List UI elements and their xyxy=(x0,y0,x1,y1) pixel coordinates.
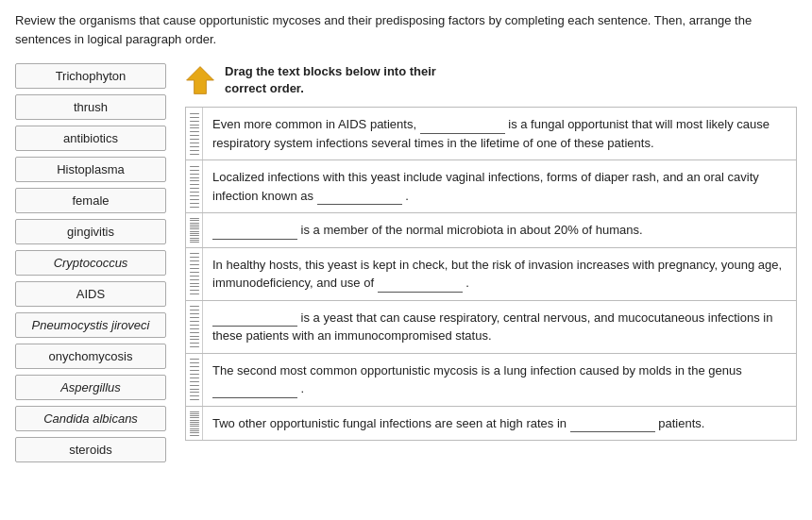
word-item-steroids[interactable]: steroids xyxy=(15,437,166,462)
drag-handle-line xyxy=(190,317,199,318)
drag-handle-line xyxy=(190,294,199,294)
drag-handle[interactable] xyxy=(186,248,203,300)
word-item-aspergillus[interactable]: Aspergillus xyxy=(15,375,166,400)
drag-handle-line xyxy=(190,343,199,344)
word-bank: TrichophytonthrushantibioticsHistoplasma… xyxy=(15,63,166,462)
drag-handle-line xyxy=(190,420,199,421)
drag-handle-line xyxy=(190,279,199,280)
drag-handle-line xyxy=(190,180,199,181)
drag-handle-line xyxy=(190,177,199,178)
instructions-text: Review the organisms that cause opportun… xyxy=(15,11,789,48)
drag-handle-line xyxy=(190,336,199,337)
drag-handle-line xyxy=(190,225,199,226)
drag-handle-line xyxy=(190,346,199,347)
drag-handle-line xyxy=(190,290,199,291)
drag-handle[interactable] xyxy=(186,354,203,406)
word-item-candida[interactable]: Candida albicans xyxy=(15,406,166,431)
drag-handle-line xyxy=(190,272,199,273)
drag-handle-line xyxy=(190,339,199,340)
drag-handle-line xyxy=(190,264,199,265)
word-item-gingivitis[interactable]: gingivitis xyxy=(15,219,166,244)
word-item-female[interactable]: female xyxy=(15,188,166,213)
drag-handle-line xyxy=(190,238,199,239)
word-item-thrush[interactable]: thrush xyxy=(15,94,166,120)
sentence-block: In healthy hosts, this yeast is kept in … xyxy=(185,247,797,300)
word-item-cryptococcus[interactable]: Cryptococcus xyxy=(15,250,166,276)
sentence-block: Two other opportunistic fungal infection… xyxy=(185,406,797,442)
svg-marker-0 xyxy=(187,67,214,94)
word-item-aids[interactable]: AIDS xyxy=(15,281,166,307)
drag-handle-line xyxy=(190,192,199,193)
drag-handle-line xyxy=(190,276,199,277)
sentence-blank xyxy=(570,419,655,432)
drag-handle[interactable] xyxy=(186,301,203,353)
drag-handle-line xyxy=(190,381,199,382)
drag-handle-line xyxy=(190,415,199,416)
word-item-trichophyton[interactable]: Trichophyton xyxy=(15,63,166,89)
main-layout: TrichophytonthrushantibioticsHistoplasma… xyxy=(15,63,797,462)
drag-handle-line xyxy=(190,146,199,147)
drag-handle-line xyxy=(190,392,199,393)
drag-handle-line xyxy=(190,235,199,236)
drag-handle-line xyxy=(190,395,199,396)
drag-handle-line xyxy=(190,260,199,261)
drag-handle-line xyxy=(190,428,199,429)
word-item-pneumocystis[interactable]: Pneumocystis jiroveci xyxy=(15,312,166,338)
drag-handle-line xyxy=(190,166,199,167)
word-item-antibiotics[interactable]: antibiotics xyxy=(15,126,166,151)
drag-handle-line xyxy=(190,332,199,333)
sentence-content-s6: The second most common opportunistic myc… xyxy=(203,354,796,406)
sentence-block: is a yeast that can cause respiratory, c… xyxy=(185,300,797,353)
drag-handle-line xyxy=(190,199,199,200)
right-panel: Drag the text blocks below into their co… xyxy=(185,63,797,441)
drag-handle-line xyxy=(190,286,199,287)
drag-handle-line xyxy=(190,268,199,269)
drag-handle[interactable] xyxy=(186,213,203,247)
drag-handle-line xyxy=(190,125,199,126)
drag-handle-line xyxy=(190,435,199,436)
drag-handle-line xyxy=(190,242,199,243)
drag-handle-line xyxy=(190,143,199,143)
drag-handle-line xyxy=(190,310,199,310)
sentence-content-s7: Two other opportunistic fungal infection… xyxy=(203,407,796,441)
drag-handle-line xyxy=(190,417,199,418)
drag-arrow-icon xyxy=(185,65,215,95)
drag-handle-line xyxy=(190,139,199,140)
drag-handle-line xyxy=(190,370,199,371)
drag-handle-line xyxy=(190,121,199,122)
drag-handle-line xyxy=(190,422,199,423)
sentence-block: is a member of the normal microbiota in … xyxy=(185,212,797,247)
drag-handle-line xyxy=(190,413,199,414)
word-item-histoplasma[interactable]: Histoplasma xyxy=(15,157,166,182)
drag-handle-line xyxy=(190,150,199,151)
drag-handle-line xyxy=(190,195,199,196)
drag-handle-line xyxy=(190,325,199,326)
drag-instruction-label: Drag the text blocks below into their co… xyxy=(225,63,436,97)
sentence-block: Localized infections with this yeast inc… xyxy=(185,159,797,212)
drag-handle-line xyxy=(190,257,199,258)
sentence-blank xyxy=(317,192,402,205)
drag-handle-line xyxy=(190,306,199,307)
drag-handle-line xyxy=(190,131,199,132)
drag-handle-line xyxy=(190,228,199,229)
drag-instruction: Drag the text blocks below into their co… xyxy=(185,63,797,97)
drag-handle[interactable] xyxy=(186,407,203,441)
drag-handle-line xyxy=(190,359,199,360)
drag-handle-line xyxy=(190,117,199,118)
word-item-onychomycosis[interactable]: onychomycosis xyxy=(15,344,166,369)
drag-handle-line xyxy=(190,432,199,433)
drag-handle[interactable] xyxy=(186,160,203,212)
drag-handle-line xyxy=(190,253,199,254)
drag-handle[interactable] xyxy=(186,108,203,159)
drag-handle-line xyxy=(190,328,199,329)
drag-handle-line xyxy=(190,366,199,367)
drag-handle-line xyxy=(190,203,199,204)
drag-handle-line xyxy=(190,188,199,189)
drag-handle-line xyxy=(190,374,199,375)
sentence-content-s1: Even more common in AIDS patients, is a … xyxy=(203,108,796,159)
drag-handle-line xyxy=(190,389,199,390)
drag-handle-line xyxy=(190,231,199,232)
drag-handle-line xyxy=(190,127,199,128)
sentence-blank xyxy=(212,385,297,398)
drag-handle-line xyxy=(190,174,199,175)
